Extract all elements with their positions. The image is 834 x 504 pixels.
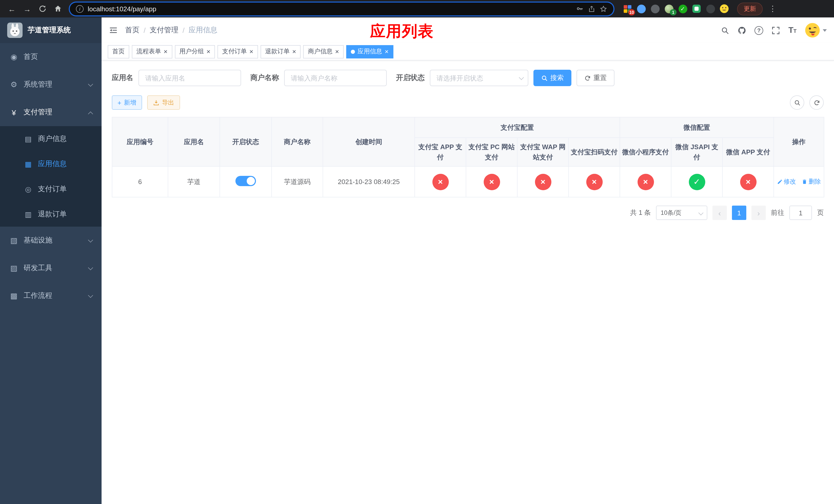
extension-green-check-icon[interactable]: ✓ bbox=[678, 4, 687, 13]
chat-square-icon bbox=[693, 5, 701, 13]
sidebar-item-workflow[interactable]: ▩ 工作流程 bbox=[0, 282, 102, 310]
chevron-down-icon bbox=[88, 265, 93, 270]
font-size-button[interactable]: TT bbox=[788, 26, 796, 35]
extension-emoji-icon[interactable] bbox=[720, 4, 729, 13]
close-icon[interactable]: × bbox=[335, 48, 339, 55]
col-header-created: 创建时间 bbox=[323, 117, 415, 166]
breadcrumb-payment[interactable]: 支付管理 bbox=[150, 26, 178, 35]
page-suffix-label: 页 bbox=[817, 208, 824, 217]
col-header-alipay-qr: 支付宝扫码支付 bbox=[569, 138, 620, 166]
sidebar-item-label: 基础设施 bbox=[24, 236, 52, 245]
sidebar-item-dev-tools[interactable]: ▨ 研发工具 bbox=[0, 254, 102, 282]
col-header-alipay-app: 支付宝 APP 支付 bbox=[415, 138, 466, 166]
trash-icon bbox=[802, 179, 808, 185]
help-icon[interactable]: ? bbox=[754, 26, 763, 35]
sidebar-item-merchant-info[interactable]: ▤ 商户信息 bbox=[0, 126, 102, 151]
password-key-icon[interactable] bbox=[576, 5, 584, 13]
toggle-knob bbox=[247, 177, 255, 185]
tab-label: 商户信息 bbox=[308, 47, 333, 56]
refresh-table-button[interactable] bbox=[809, 95, 824, 110]
status-select[interactable] bbox=[430, 70, 528, 86]
export-button[interactable]: 导出 bbox=[147, 95, 180, 110]
next-page-button[interactable]: › bbox=[751, 206, 766, 220]
close-icon[interactable]: × bbox=[163, 48, 168, 55]
sidebar-item-infrastructure[interactable]: ▧ 基础设施 bbox=[0, 227, 102, 254]
sidebar-item-system[interactable]: ⚙ 系统管理 bbox=[0, 71, 102, 98]
bookmark-star-icon[interactable] bbox=[599, 5, 607, 13]
close-icon[interactable]: × bbox=[206, 48, 210, 55]
address-bar[interactable]: i localhost:1024/pay/app bbox=[70, 2, 613, 15]
extension-badge: 10 bbox=[628, 9, 635, 15]
github-button[interactable] bbox=[738, 26, 746, 35]
browser-update-button[interactable]: 更新 bbox=[737, 2, 763, 15]
reload-icon bbox=[39, 5, 47, 13]
header-search-button[interactable] bbox=[721, 26, 729, 35]
site-info-icon[interactable]: i bbox=[76, 5, 84, 13]
table-row: 6 芋道 芋道源码 2021-10-23 08:49:25 × × × × × bbox=[112, 166, 824, 197]
cell-wx-mini: × bbox=[620, 166, 671, 197]
user-avatar[interactable] bbox=[805, 23, 827, 38]
browser-forward-button[interactable]: → bbox=[21, 2, 34, 15]
tab-home[interactable]: 首页 bbox=[108, 45, 129, 58]
app-logo: 芋道管理系统 bbox=[0, 18, 102, 43]
breadcrumb-home[interactable]: 首页 bbox=[125, 26, 139, 35]
sidebar-item-label: 退款订单 bbox=[38, 209, 67, 219]
close-icon[interactable]: × bbox=[249, 48, 253, 55]
tab-user-group[interactable]: 用户分组 × bbox=[175, 45, 215, 58]
share-icon[interactable] bbox=[588, 5, 595, 13]
tab-refund-orders[interactable]: 退款订单 × bbox=[261, 45, 301, 58]
show-search-button[interactable] bbox=[790, 95, 804, 110]
sidebar-item-pay-orders[interactable]: ◎ 支付订单 bbox=[0, 176, 102, 202]
tab-pay-orders[interactable]: 支付订单 × bbox=[218, 45, 258, 58]
merchant-name-input[interactable] bbox=[284, 70, 387, 86]
close-icon[interactable]: × bbox=[292, 48, 296, 55]
payment-submenu: ▤ 商户信息 ▦ 应用信息 ◎ 支付订单 ▥ 退款订单 bbox=[0, 126, 102, 227]
add-button[interactable]: + 新增 bbox=[112, 95, 142, 110]
close-icon[interactable]: × bbox=[385, 48, 389, 55]
extension-dark-icon[interactable] bbox=[650, 4, 660, 13]
pencil-icon bbox=[777, 179, 783, 185]
extension-chat-icon[interactable] bbox=[692, 4, 701, 13]
sidebar-item-refund-orders[interactable]: ▥ 退款订单 bbox=[0, 202, 102, 227]
browser-reload-button[interactable] bbox=[36, 2, 49, 15]
page-number-button[interactable]: 1 bbox=[732, 206, 746, 220]
app-name-label: 应用名 bbox=[112, 73, 133, 83]
prev-page-button[interactable]: ‹ bbox=[712, 206, 727, 220]
extension-puzzle-icon[interactable] bbox=[706, 4, 715, 13]
edit-link[interactable]: 修改 bbox=[777, 177, 796, 186]
browser-menu-icon[interactable]: ⋮ bbox=[769, 4, 776, 13]
plus-icon: + bbox=[117, 99, 121, 106]
emoji-face-icon bbox=[720, 4, 729, 13]
sidebar-item-app-info[interactable]: ▦ 应用信息 bbox=[0, 151, 102, 176]
delete-link[interactable]: 删除 bbox=[802, 177, 821, 186]
tab-process-form[interactable]: 流程表单 × bbox=[132, 45, 172, 58]
reset-button[interactable]: 重置 bbox=[576, 70, 614, 86]
extension-grid-icon[interactable]: 10 bbox=[623, 4, 632, 13]
refresh-icon bbox=[584, 75, 591, 81]
browser-back-button[interactable]: ← bbox=[5, 2, 19, 15]
edit-link-label: 修改 bbox=[784, 177, 796, 186]
sidebar-item-home[interactable]: ◉ 首页 bbox=[0, 43, 102, 71]
tab-app-info[interactable]: 应用信息 × bbox=[346, 45, 393, 58]
app-name-input[interactable] bbox=[138, 70, 241, 86]
sidebar-item-payment[interactable]: ¥ 支付管理 bbox=[0, 98, 102, 126]
extension-avatar-icon[interactable]: 1 bbox=[664, 4, 674, 13]
dark-circle-icon bbox=[651, 4, 659, 13]
sidebar-item-label: 支付管理 bbox=[24, 108, 52, 117]
fullscreen-button[interactable] bbox=[771, 26, 780, 35]
page-size-select[interactable]: 10条/页 bbox=[656, 206, 707, 220]
active-dot bbox=[351, 49, 355, 53]
goto-page-input[interactable] bbox=[789, 206, 812, 220]
extension-blue-icon[interactable] bbox=[637, 4, 646, 13]
browser-extensions: 10 1 ✓ bbox=[623, 4, 729, 13]
status-toggle[interactable] bbox=[236, 176, 256, 186]
sidebar-item-label: 支付订单 bbox=[38, 184, 67, 193]
search-button[interactable]: 搜索 bbox=[533, 70, 571, 86]
browser-home-button[interactable] bbox=[51, 2, 65, 15]
logo-avatar bbox=[7, 23, 23, 38]
page-title: 应用列表 bbox=[370, 21, 434, 42]
tab-merchant-info[interactable]: 商户信息 × bbox=[303, 45, 344, 58]
sidebar-toggle[interactable] bbox=[109, 26, 118, 35]
breadcrumb-current: 应用信息 bbox=[189, 26, 218, 35]
status-select-input[interactable] bbox=[430, 70, 528, 86]
